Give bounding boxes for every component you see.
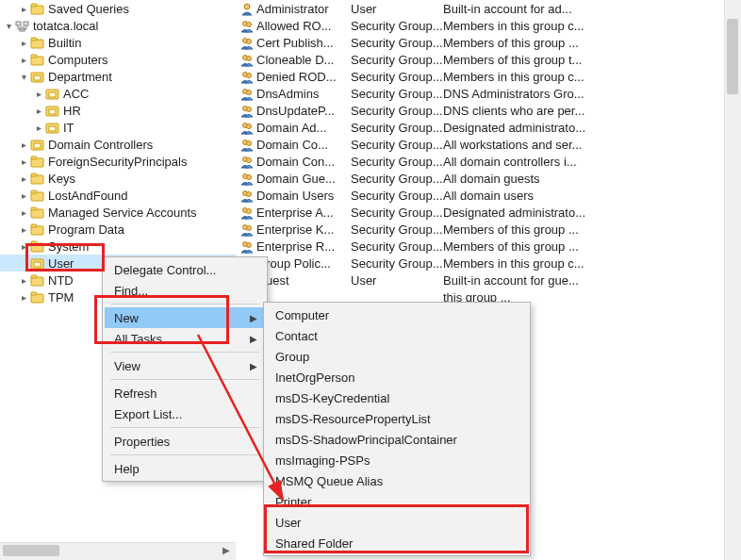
cell-type: Security Group... [351, 256, 443, 271]
collapse-icon[interactable]: ▾ [2, 21, 15, 31]
list-row[interactable]: Domain Co...Security Group...All worksta… [236, 136, 725, 153]
menu-delegate-control[interactable]: Delegate Control... [105, 259, 265, 280]
submenu-msimaging-psps[interactable]: msImaging-PSPs [266, 450, 528, 470]
expand-icon[interactable]: ▸ [17, 207, 30, 218]
menu-refresh[interactable]: Refresh [105, 383, 265, 404]
list-row[interactable]: Group Polic...Security Group...Members i… [236, 255, 725, 272]
group-icon [236, 70, 256, 84]
tree-label: Domain Controllers [48, 138, 153, 152]
tree-node-lostandfound[interactable]: ▸ LostAndFound [0, 187, 236, 204]
tree-node-msa[interactable]: ▸ Managed Service Accounts [0, 204, 236, 221]
list-row[interactable]: Enterprise K...Security Group...Members … [236, 221, 725, 238]
submenu-inetorgperson[interactable]: InetOrgPerson [266, 367, 528, 387]
menu-view[interactable]: View▶ [105, 355, 265, 376]
cell-description: Designated administrato... [443, 121, 725, 135]
tree-node-domain[interactable]: ▾ totatca.local [0, 17, 236, 34]
ou-icon [45, 121, 59, 135]
group-icon [236, 206, 256, 220]
expand-icon[interactable]: ▸ [17, 292, 30, 303]
menu-help[interactable]: Help [105, 458, 265, 479]
expand-icon[interactable]: ▸ [32, 89, 45, 99]
list-row[interactable]: Enterprise A...Security Group...Designat… [236, 204, 725, 221]
submenu-shared-folder[interactable]: Shared Folder [266, 533, 528, 553]
cell-description: Members of this group ... [443, 222, 725, 237]
tree-node-saved-queries[interactable]: ▸ Saved Queries [0, 0, 236, 17]
cell-name: Domain Con... [256, 155, 351, 169]
list-vertical-scrollbar[interactable] [724, 0, 741, 560]
submenu-resourcepropertylist[interactable]: msDS-ResourcePropertyList [266, 408, 528, 429]
list-row[interactable]: DnsAdminsSecurity Group...DNS Administra… [236, 85, 725, 102]
tree-node-program-data[interactable]: ▸ Program Data [0, 221, 236, 238]
list-row[interactable]: Allowed RO...Security Group...Members in… [236, 17, 725, 34]
list-row[interactable]: GuestUserBuilt-in account for gue... [236, 272, 725, 288]
tree-node-acc[interactable]: ▸ ACC [0, 85, 236, 102]
expand-icon[interactable]: ▸ [17, 4, 30, 14]
menu-properties[interactable]: Properties [105, 431, 265, 452]
cell-type: Security Group... [351, 172, 443, 186]
submenu-keycredential[interactable]: msDS-KeyCredential [266, 387, 528, 408]
tree-label: Program Data [48, 222, 124, 237]
expand-icon[interactable]: ▸ [17, 38, 30, 48]
expand-icon[interactable]: ▸ [32, 123, 45, 133]
tree-node-domain-controllers[interactable]: ▸ Domain Controllers [0, 136, 236, 153]
list-row[interactable]: AdministratorUserBuilt-in account for ad… [236, 0, 725, 17]
list-row[interactable]: Enterprise R...Security Group...Members … [236, 238, 725, 255]
cell-name: Cert Publish... [256, 36, 351, 50]
cell-type: Security Group... [351, 155, 443, 169]
expand-icon[interactable]: ▸ [17, 140, 30, 150]
group-icon [236, 121, 256, 135]
tree-label: Builtin [48, 36, 81, 50]
cell-type: Security Group... [351, 53, 443, 67]
collapse-icon[interactable]: ▾ [17, 72, 30, 82]
scroll-right-icon[interactable]: ▶ [221, 545, 232, 556]
scrollbar-thumb[interactable] [3, 545, 59, 556]
expand-icon[interactable]: ▸ [17, 190, 30, 201]
list-row[interactable]: Domain UsersSecurity Group...All domain … [236, 187, 725, 204]
submenu-printer[interactable]: Printer [266, 491, 528, 512]
list-row[interactable]: Domain Ad...Security Group...Designated … [236, 119, 725, 136]
expand-icon[interactable]: ▸ [32, 106, 45, 116]
tree-label: HR [63, 104, 81, 118]
expand-icon[interactable]: ▸ [17, 275, 30, 286]
tree-node-computers[interactable]: ▸ Computers [0, 51, 236, 68]
tree-node-department[interactable]: ▾ Department [0, 68, 236, 85]
tree-node-builtin[interactable]: ▸ Builtin [0, 34, 236, 51]
list-row[interactable]: DnsUpdateP...Security Group...DNS client… [236, 102, 725, 119]
group-icon [236, 19, 256, 33]
expand-icon[interactable]: ▸ [17, 55, 30, 65]
tree-node-it[interactable]: ▸ IT [0, 119, 236, 136]
list-row[interactable]: Cert Publish...Security Group...Members … [236, 34, 725, 51]
list-row[interactable]: Domain Gue...Security Group...All domain… [236, 170, 725, 187]
submenu-computer[interactable]: Computer [266, 305, 528, 325]
menu-separator [110, 379, 259, 380]
menu-find[interactable]: Find... [105, 280, 265, 301]
cell-description: Members in this group c... [443, 19, 725, 33]
folder-icon [30, 189, 44, 203]
submenu-msmq-queue-alias[interactable]: MSMQ Queue Alias [266, 470, 528, 491]
folder-icon [30, 2, 44, 16]
folder-icon [30, 273, 44, 288]
menu-all-tasks[interactable]: All Tasks▶ [105, 328, 265, 349]
list-row[interactable]: Denied ROD...Security Group...Members in… [236, 68, 725, 85]
submenu-shadowprincipalcontainer[interactable]: msDS-ShadowPrincipalContainer [266, 429, 528, 450]
menu-new[interactable]: New▶ [105, 307, 265, 328]
tree-node-fsp[interactable]: ▸ ForeignSecurityPrincipals [0, 153, 236, 170]
menu-export-list[interactable]: Export List... [105, 404, 265, 424]
expand-icon[interactable]: ▸ [17, 224, 30, 235]
tree-node-keys[interactable]: ▸ Keys [0, 170, 236, 187]
list-row[interactable]: Cloneable D...Security Group...Members o… [236, 51, 725, 68]
expand-icon[interactable]: ▸ [17, 241, 30, 252]
folder-icon [30, 53, 44, 67]
tree-horizontal-scrollbar[interactable]: ▶ [0, 542, 236, 560]
tree-label: Keys [48, 172, 75, 186]
tree-node-system[interactable]: ▸ System [0, 238, 236, 255]
submenu-user[interactable]: User [266, 512, 528, 533]
menu-label: Printer [275, 495, 311, 509]
tree-node-hr[interactable]: ▸ HR [0, 102, 236, 119]
expand-icon[interactable]: ▸ [17, 173, 30, 184]
submenu-group[interactable]: Group [266, 346, 528, 367]
list-row[interactable]: Domain Con...Security Group...All domain… [236, 153, 725, 170]
submenu-contact[interactable]: Contact [266, 325, 528, 346]
scrollbar-thumb[interactable] [727, 19, 738, 94]
expand-icon[interactable]: ▸ [17, 156, 30, 167]
